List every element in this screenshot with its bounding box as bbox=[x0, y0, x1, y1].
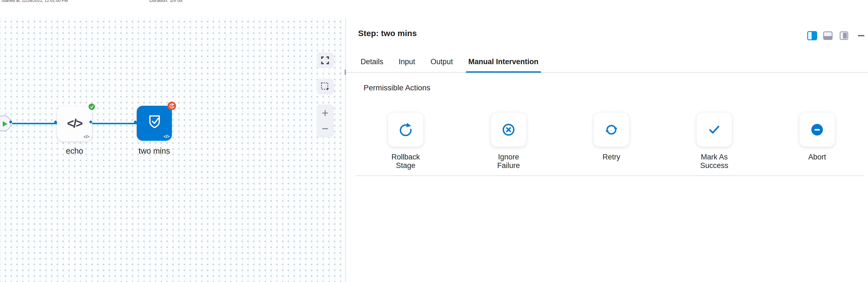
script-mini-icon: </> bbox=[163, 134, 169, 139]
section-divider bbox=[355, 175, 864, 176]
port bbox=[54, 121, 57, 123]
action-label: Abort bbox=[808, 153, 826, 161]
ignore-failure-action[interactable]: Ignore Failure bbox=[457, 112, 560, 170]
connector-echo-to-two-mins bbox=[92, 123, 137, 124]
zoom-in-button[interactable]: + bbox=[316, 107, 334, 120]
tab-manual-intervention[interactable]: Manual Intervention bbox=[466, 58, 541, 72]
layout-right-drawer-icon[interactable] bbox=[840, 31, 848, 40]
minimize-panel-icon[interactable] bbox=[858, 35, 864, 36]
code-step-icon: </> bbox=[57, 116, 92, 130]
abort-icon bbox=[809, 122, 825, 137]
port bbox=[169, 121, 172, 123]
retry-action[interactable]: Retry bbox=[560, 112, 663, 170]
success-badge-icon bbox=[89, 104, 95, 110]
permissible-actions-row: Rollback Stage Ignore Failure bbox=[354, 112, 868, 170]
step-node-two-mins[interactable]: </> bbox=[137, 106, 172, 141]
canvas-fullscreen-button[interactable] bbox=[316, 52, 334, 68]
permissible-actions-title: Permissible Actions bbox=[364, 83, 430, 92]
selection-box-icon bbox=[320, 82, 330, 91]
rollback-stage-action[interactable]: Rollback Stage bbox=[354, 112, 457, 170]
drawer-pane bbox=[843, 33, 847, 38]
action-label: Rollback Stage bbox=[383, 153, 429, 170]
layout-split-right-icon[interactable] bbox=[807, 31, 817, 40]
timeout-waiting-badge-icon bbox=[167, 102, 176, 110]
panel-title: Step: two mins bbox=[358, 29, 417, 38]
pipeline-canvas[interactable]: </> </> echo </> bbox=[0, 18, 345, 282]
duration-text: Duration: 1m 0s bbox=[149, 0, 182, 3]
port bbox=[9, 121, 12, 123]
panel-tabs-row: Details Input Output Manual Intervention bbox=[346, 52, 868, 73]
abort-action[interactable]: Abort bbox=[766, 112, 868, 170]
layout-bottom-panel-icon[interactable] bbox=[823, 31, 833, 40]
port bbox=[89, 121, 92, 123]
approval-shield-icon bbox=[146, 113, 163, 131]
tab-input[interactable]: Input bbox=[396, 58, 418, 72]
script-mini-icon: </> bbox=[83, 134, 89, 140]
started-at-text: Started at: 11/26/2022, 12:01:00 PM bbox=[2, 0, 68, 3]
ignore-failure-icon bbox=[501, 122, 516, 137]
mark-as-success-icon bbox=[707, 122, 722, 137]
canvas-selection-button[interactable] bbox=[316, 79, 334, 94]
connector-start-to-echo bbox=[12, 123, 57, 124]
mark-as-success-action[interactable]: Mark As Success bbox=[663, 112, 766, 170]
rollback-stage-icon bbox=[398, 122, 413, 137]
action-label: Ignore Failure bbox=[486, 153, 531, 170]
fullscreen-icon bbox=[321, 56, 330, 65]
node-label-echo: echo bbox=[57, 146, 92, 156]
step-node-echo[interactable]: </> </> bbox=[57, 106, 92, 141]
action-label: Mark As Success bbox=[692, 153, 737, 170]
tab-output[interactable]: Output bbox=[428, 58, 456, 72]
node-label-two-mins: two mins bbox=[137, 146, 172, 156]
pipeline-start-node bbox=[0, 115, 11, 131]
pipeline-execution-view: Started at: 11/26/2022, 12:01:00 PM Dura… bbox=[0, 0, 868, 282]
canvas-zoom-control: + − bbox=[316, 104, 334, 137]
tab-details[interactable]: Details bbox=[358, 58, 386, 72]
action-label: Retry bbox=[602, 153, 620, 161]
play-icon bbox=[3, 121, 7, 127]
execution-header-strip: Started at: 11/26/2022, 12:01:00 PM Dura… bbox=[0, 0, 868, 18]
step-details-panel: Step: two mins Details Input Output Manu… bbox=[346, 18, 868, 282]
panel-resize-handle[interactable] bbox=[345, 69, 346, 75]
retry-icon bbox=[604, 122, 619, 137]
port bbox=[134, 121, 137, 123]
zoom-out-button[interactable]: − bbox=[316, 122, 334, 135]
